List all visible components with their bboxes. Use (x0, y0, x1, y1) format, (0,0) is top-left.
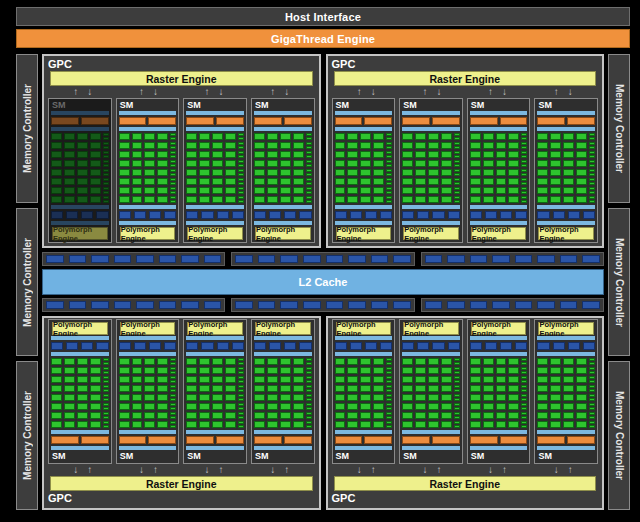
core-cell (508, 196, 519, 203)
core-cell (537, 133, 548, 140)
orange-segment (402, 117, 430, 125)
core-cell (373, 169, 384, 176)
core-cell (441, 178, 452, 185)
core-grid-row (254, 358, 312, 365)
core-cell (483, 169, 494, 176)
side-unit-cell (386, 358, 392, 361)
core-cell (563, 358, 574, 365)
darkblue-segment (583, 342, 595, 350)
core-cell (186, 421, 197, 428)
interconnect-rect (447, 255, 465, 263)
sm-blue-bar (470, 336, 528, 340)
orange-segment (119, 436, 147, 444)
core-cell (132, 151, 143, 158)
side-unit-stack (306, 358, 312, 365)
core-grid-row (119, 151, 177, 158)
core-grid-row (51, 169, 109, 176)
side-unit-stack (521, 412, 527, 419)
core-cell (119, 151, 130, 158)
core-cell (64, 142, 75, 149)
side-unit-cell (170, 191, 176, 194)
interconnect-rect (258, 301, 276, 309)
interconnect-rect (371, 301, 389, 309)
orange-segment (500, 436, 528, 444)
side-unit-stack (103, 169, 109, 176)
orange-segment (364, 117, 392, 125)
core-cell (267, 151, 278, 158)
core-cell (496, 412, 507, 419)
side-unit-stack (103, 160, 109, 167)
core-cell (373, 385, 384, 392)
side-unit-cell (521, 151, 527, 154)
side-unit-stack (386, 394, 392, 401)
side-unit-stack (306, 178, 312, 185)
core-cell (51, 376, 62, 383)
core-cell (496, 403, 507, 410)
side-unit-cell (454, 412, 460, 415)
core-grid-row (51, 376, 109, 383)
side-unit-stack (306, 421, 312, 428)
side-unit-stack (306, 169, 312, 176)
core-cell (280, 376, 291, 383)
core-cell (119, 133, 130, 140)
core-cell (90, 133, 101, 140)
core-cell (470, 142, 481, 149)
side-unit-cell (454, 403, 460, 406)
side-unit-cell (238, 169, 244, 172)
sm-blue-bar (254, 336, 312, 340)
core-cell (483, 187, 494, 194)
core-cell (537, 178, 548, 185)
orange-segment (364, 436, 392, 444)
side-unit-cell (521, 200, 527, 203)
core-cell (90, 169, 101, 176)
side-unit-cell (386, 412, 392, 415)
core-cell (550, 358, 561, 365)
sm-box: SMPolymorph Engine (332, 98, 396, 243)
darkblue-segment (284, 342, 296, 350)
core-cell (90, 187, 101, 194)
core-grid-row (186, 394, 244, 401)
core-cell (144, 133, 155, 140)
core-cell (335, 151, 346, 158)
core-cell (537, 394, 548, 401)
orange-segment (81, 436, 109, 444)
core-grid-row (119, 178, 177, 185)
darkblue-segment (254, 342, 266, 350)
side-unit-cell (238, 389, 244, 392)
core-cell (267, 412, 278, 419)
core-cell (267, 376, 278, 383)
side-unit-stack (386, 187, 392, 194)
side-unit-stack (103, 403, 109, 410)
orange-segment (148, 117, 176, 125)
core-grid (335, 358, 393, 428)
core-cell (64, 358, 75, 365)
core-cell (428, 142, 439, 149)
side-unit-stack (386, 169, 392, 176)
core-cell (428, 367, 439, 374)
side-unit-cell (521, 196, 527, 199)
side-unit-cell (454, 425, 460, 428)
core-cell (360, 403, 371, 410)
core-cell (335, 169, 346, 176)
core-cell (51, 196, 62, 203)
side-unit-cell (103, 200, 109, 203)
mc-right-1: Memory Controller (608, 54, 630, 203)
orange-segment (81, 117, 109, 125)
interconnect-rect (348, 255, 366, 263)
core-grid-row (119, 367, 177, 374)
side-unit-cell (103, 146, 109, 149)
core-cell (144, 394, 155, 401)
core-cell (77, 169, 88, 176)
core-cell (280, 385, 291, 392)
side-unit-stack (306, 385, 312, 392)
gpc-row-bottom: GPCRaster Engine↓↑↓↑↓↑↓↑SMPolymorph Engi… (42, 316, 604, 510)
core-grid-row (335, 403, 393, 410)
core-cell (90, 142, 101, 149)
core-cell (441, 169, 452, 176)
core-cell (428, 376, 439, 383)
core-cell (550, 385, 561, 392)
sm-orange-bar (119, 436, 177, 444)
side-unit-cell (589, 191, 595, 194)
core-cell (132, 142, 143, 149)
core-cell (157, 385, 168, 392)
